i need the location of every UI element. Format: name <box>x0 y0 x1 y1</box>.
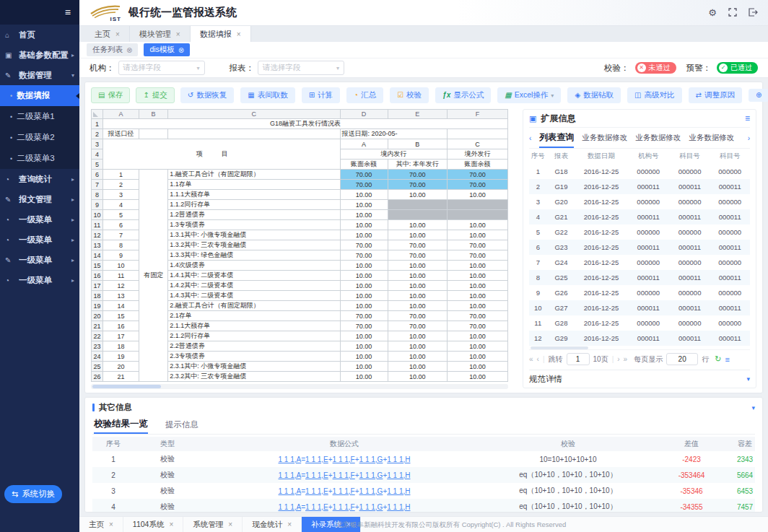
cell-item-name[interactable]: 2.3.1其中: 小微专项金融债 <box>168 362 340 372</box>
formula-link[interactable]: 1 1 1,G <box>359 503 383 511</box>
tab-2[interactable]: 数据填报× <box>191 26 251 42</box>
extension-tab-2[interactable]: 业务数据修改 <box>635 133 681 143</box>
cell-value[interactable]: 10.00 <box>388 261 447 271</box>
sidebar-item-2[interactable]: ✎数据管理▾ <box>0 65 79 85</box>
logout-icon[interactable] <box>749 8 758 18</box>
row-number[interactable]: 22 <box>92 331 103 341</box>
extension-table-row[interactable]: 7G242016-12-25000000000000000000 <box>529 255 750 270</box>
extension-table-row[interactable]: 8G252016-12-25000011000011000011 <box>529 270 750 285</box>
cell-item-name[interactable]: 1.4次级债券 <box>168 261 340 271</box>
tab-0[interactable]: 主页× <box>85 26 130 42</box>
cell-value[interactable]: 70.00 <box>388 180 447 190</box>
cell-value[interactable]: 10.00 <box>388 281 447 291</box>
footer-tab-3[interactable]: 现金统计× <box>243 517 302 532</box>
sidebar-item-1[interactable]: ▣基础参数配置▸ <box>0 45 79 65</box>
upload-button[interactable]: ↥提交 <box>136 87 174 103</box>
sidebar-subitem-6[interactable]: •二级菜单3 <box>0 148 79 169</box>
extension-table-row[interactable]: 9G262016-12-25000000000000000000 <box>529 285 750 300</box>
formula-link[interactable]: 1 1 1,E <box>305 503 328 511</box>
cell-item-name[interactable]: 1.2普通债券 <box>168 210 340 220</box>
footer-tab-2[interactable]: 系统管理× <box>183 517 243 532</box>
drill-button[interactable]: ◈数据钻取 <box>567 87 621 103</box>
cell-value[interactable]: 10.00 <box>388 220 447 230</box>
extension-tab-1[interactable]: 业务数据修改 <box>582 133 627 143</box>
last-page-icon[interactable]: » <box>624 355 628 363</box>
select-all-corner[interactable] <box>92 110 103 119</box>
row-number[interactable]: 17 <box>92 281 103 291</box>
row-number[interactable]: 7 <box>92 180 103 190</box>
cell-value[interactable]: 10.00 <box>340 291 388 301</box>
row-number[interactable]: 14 <box>92 250 103 261</box>
page-input[interactable] <box>567 353 590 365</box>
domestic-header-cell[interactable]: 境内发行 <box>340 149 447 160</box>
extension-table-row[interactable]: 11G282016-12-25000000000000000000 <box>529 315 750 331</box>
cell-a[interactable]: 15 <box>103 311 139 321</box>
cell-item-name[interactable]: 1.3.2其中: 三农专项金融债 <box>168 240 340 250</box>
cell-item-name[interactable]: 1.3.1其中: 小微专项金融债 <box>168 230 340 240</box>
first-page-icon[interactable]: « <box>529 355 533 363</box>
adjust-button[interactable]: ⇄调整原因 <box>689 87 742 103</box>
formula-link[interactable]: 1 1 1,G <box>359 455 383 463</box>
column-header-F[interactable]: F <box>447 110 507 119</box>
sidebar-subitem-3[interactable]: •数据填报 <box>0 85 79 106</box>
cell-a[interactable]: 6 <box>103 220 139 230</box>
cell-value[interactable]: 70.00 <box>388 321 447 331</box>
check-button[interactable]: ☑校验 <box>390 87 429 103</box>
footer-tab-0[interactable]: 主页× <box>79 517 123 532</box>
compare-button[interactable]: ◫高级对比 <box>627 87 681 103</box>
validation-table-row[interactable]: 1校验1 1 1,A=1 1 1,E+1 1 1,F+1 1 1,G+1 1 1… <box>92 451 755 467</box>
extension-table-row[interactable]: 6G232016-12-25000011000011000011 <box>529 240 750 255</box>
cell-value[interactable]: 10.00 <box>388 352 447 362</box>
extension-table-row[interactable]: 1G182016-12-25000000000000000000 <box>529 164 750 179</box>
cell-a[interactable]: 10 <box>103 261 139 271</box>
cell-item-name[interactable]: 1.4.2其中: 二级资本债 <box>168 281 340 291</box>
cell-item-name[interactable]: 1.1存单 <box>168 180 340 190</box>
cell-a[interactable]: 17 <box>103 331 139 341</box>
row-number[interactable]: 24 <box>92 352 103 362</box>
fetch-button[interactable]: ▦表间取数 <box>240 87 294 103</box>
cell-value[interactable]: 10.00 <box>340 271 388 281</box>
cell-a[interactable]: 12 <box>103 281 139 291</box>
sidebar-item-0[interactable]: ⌂首页 <box>0 25 79 45</box>
validation-table-row[interactable]: 2校验1 1 1,A=1 1 1,E+1 1 1,F+1 1 1,G+1 1 1… <box>92 467 755 483</box>
row-number[interactable]: 21 <box>92 321 103 331</box>
cell-value[interactable]: 10.00 <box>340 190 388 200</box>
fx-button[interactable]: ƒx显示公式 <box>435 87 491 103</box>
subtab-1[interactable]: dis模板⊗ <box>144 43 190 56</box>
validation-table-row[interactable]: 3校验1 1 1,A=1 1 1,E+1 1 1,F+1 1 1,G+1 1 1… <box>92 483 755 499</box>
column-settings-icon[interactable]: ≡ <box>725 355 729 364</box>
formula-link[interactable]: 1 1 1,A <box>279 471 302 479</box>
row-number[interactable]: 9 <box>92 200 103 210</box>
row-number[interactable]: 10 <box>92 210 103 220</box>
close-icon[interactable]: × <box>237 30 241 38</box>
formula-link[interactable]: 1 1 1,F <box>333 455 355 463</box>
cell-value[interactable]: 70.00 <box>388 250 447 261</box>
cell-value[interactable]: 10.00 <box>388 331 447 341</box>
extension-table-row[interactable]: 5G222016-12-25000000000000000000 <box>529 224 750 240</box>
cell-value[interactable]: 70.00 <box>388 311 447 321</box>
cell-value[interactable]: 70.00 <box>447 250 507 261</box>
cell-value[interactable]: 70.00 <box>447 170 507 180</box>
close-icon[interactable]: × <box>169 520 173 528</box>
row-number[interactable]: 16 <box>92 271 103 281</box>
cell-value[interactable]: 70.00 <box>340 170 388 180</box>
extension-table-row[interactable]: 10G272016-12-25000011000011000011 <box>529 300 750 315</box>
cell-value[interactable]: 10.00 <box>388 271 447 281</box>
cell-value[interactable]: 10.00 <box>340 230 388 240</box>
column-header-C[interactable]: C <box>168 110 340 119</box>
cell-item-name[interactable]: 1.1.1大额存单 <box>168 190 340 200</box>
validation-tab-1[interactable]: 提示信息 <box>165 415 198 434</box>
row-number[interactable]: 15 <box>92 261 103 271</box>
cell-value[interactable]: 70.00 <box>340 311 388 321</box>
fullscreen-icon[interactable] <box>728 8 737 18</box>
cell-item-name[interactable]: 1.融资工具合计（有固定期限） <box>168 170 340 180</box>
cell-value[interactable]: 10.00 <box>388 230 447 240</box>
cell-value[interactable]: 10.00 <box>447 331 507 341</box>
cell-value[interactable]: 10.00 <box>447 190 507 200</box>
cell-value[interactable] <box>388 200 447 210</box>
cell-value[interactable]: 10.00 <box>340 210 388 220</box>
sheet-horizontal-scrollbar[interactable] <box>91 384 508 389</box>
report-date-cell[interactable]: 报送日期: 2020-05- <box>340 129 447 139</box>
cell-value[interactable]: 10.00 <box>340 261 388 271</box>
cell-a[interactable]: 11 <box>103 271 139 281</box>
